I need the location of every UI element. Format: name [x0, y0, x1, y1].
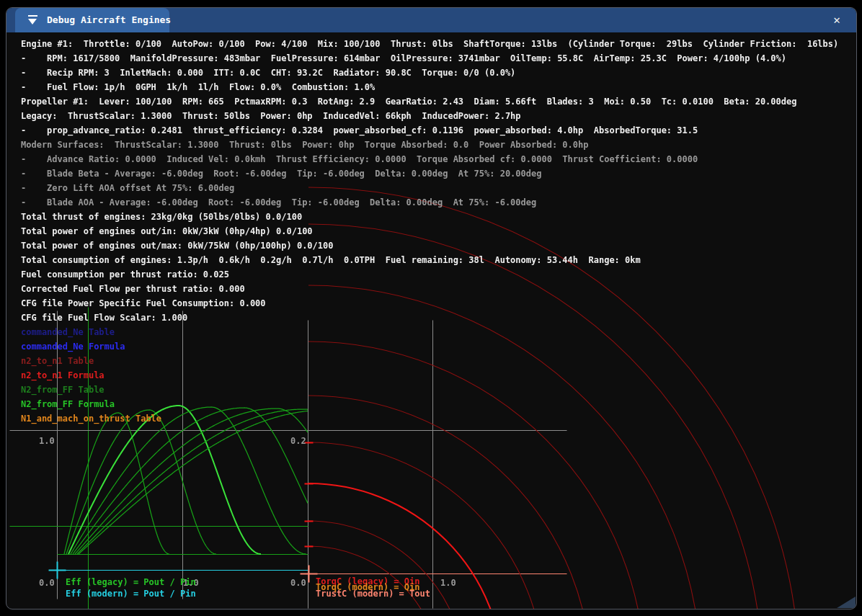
- debug-line: commanded_Ne Formula: [21, 339, 838, 354]
- debug-line: - Fuel Flow: 1p/h 0GPH 1k/h 1l/h Flow: 0…: [21, 80, 838, 94]
- debug-line: - RPM: 1617/5800 ManifoldPressure: 483mb…: [21, 51, 838, 66]
- debug-line: - Blade Beta - Average: -6.00deg Root: -…: [21, 166, 838, 181]
- debug-line: N2_from_FF Formula: [21, 397, 838, 411]
- debug-line: - Recip RPM: 3 InletMach: 0.000 ITT: 0.0…: [21, 66, 838, 80]
- debug-line: Total thrust of engines: 23kg/0kg (50lbs…: [21, 210, 838, 224]
- axis-tick-label: 0.2: [290, 436, 306, 446]
- debug-window: Debug Aircraft Engines ✕ Engine #1: Thro…: [6, 7, 857, 610]
- title-tab[interactable]: Debug Aircraft Engines: [15, 8, 169, 32]
- title-bar[interactable]: Debug Aircraft Engines ✕: [6, 8, 856, 32]
- debug-line: n2_to_n1 Table: [21, 354, 838, 368]
- debug-line: commanded_Ne Table: [21, 325, 838, 339]
- debug-line: N1_and_mach_on_thrust Table: [21, 411, 838, 426]
- debug-line: Corrected Fuel Flow per thrust ratio: 0.…: [21, 282, 838, 296]
- collapse-icon[interactable]: [27, 14, 40, 26]
- debug-line: - Zero Lift AOA offset At 75%: 6.00deg: [21, 181, 838, 195]
- debug-line: Legacy: ThrustScalar: 1.3000 Thrust: 50l…: [21, 109, 838, 123]
- debug-line: Modern Surfaces: ThrustScalar: 1.3000 Th…: [21, 138, 838, 152]
- collapse-icon-bar: [28, 15, 37, 17]
- engine-debug-text: Engine #1: Throttle: 0/100 AutoPow: 0/10…: [21, 37, 838, 426]
- axis-tick-label: 1.0: [440, 578, 456, 588]
- debug-line: n2_to_n1 Formula: [21, 368, 838, 383]
- debug-line: - Advance Ratio: 0.0000 Induced Vel: 0.0…: [21, 152, 838, 166]
- window-title: Debug Aircraft Engines: [47, 8, 171, 32]
- debug-line: - prop_advance_ratio: 0.2481 thrust_effi…: [21, 123, 838, 138]
- debug-line: CFG file Fuel Flow Scalar: 1.000: [21, 311, 838, 325]
- axis-tick-label: 0.0: [39, 578, 55, 588]
- debug-line: Total power of engines out/max: 0kW/75kW…: [21, 238, 838, 253]
- debug-line: N2_from_FF Table: [21, 383, 838, 397]
- axis-tick-label: 0.0: [290, 578, 306, 588]
- debug-line: CFG file Power Specific Fuel Consumption…: [21, 296, 838, 311]
- debug-line: Total consumption of engines: 1.3p/h 0.6…: [21, 253, 838, 267]
- axis-tick-label: 1.0: [39, 436, 55, 446]
- debug-line: Propeller #1: Lever: 100/100 RPM: 665 Pc…: [21, 94, 838, 109]
- chevron-down-icon: [28, 19, 37, 24]
- debug-line: - Blade AOA - Average: -6.00deg Root: -6…: [21, 195, 838, 210]
- close-icon[interactable]: ✕: [829, 12, 845, 28]
- debug-line: Fuel consumption per thrust ratio: 0.025: [21, 267, 838, 282]
- debug-line: Total power of engines out/in: 0kW/3kW (…: [21, 224, 838, 238]
- resize-handle[interactable]: [837, 597, 856, 608]
- chart-series-label: Eff (modern) = Pout / Pin: [66, 589, 196, 599]
- chart-series-label: TrustC (modern) = Tout: [316, 589, 430, 599]
- debug-line: Engine #1: Throttle: 0/100 AutoPow: 0/10…: [21, 37, 838, 51]
- chart-series-label: Eff (legacy) = Pout / Pin: [66, 577, 196, 587]
